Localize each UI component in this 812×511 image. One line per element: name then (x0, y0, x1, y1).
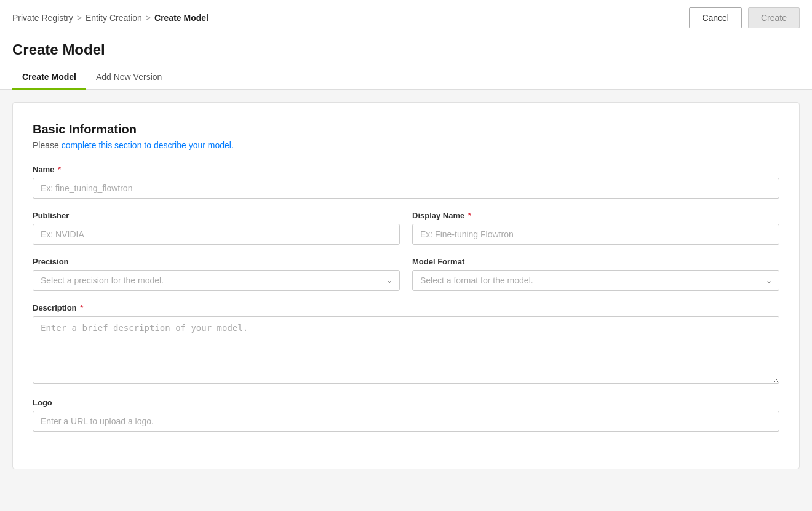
precision-field-group: Precision Select a precision for the mod… (33, 257, 400, 291)
main-content: Basic Information Please complete this s… (0, 90, 812, 511)
header-actions: Cancel Create (689, 7, 800, 28)
header: Private Registry > Entity Creation > Cre… (0, 0, 812, 36)
publisher-field-group: Publisher (33, 211, 400, 245)
breadcrumb: Private Registry > Entity Creation > Cre… (12, 13, 209, 23)
breadcrumb-separator-1: > (77, 13, 82, 23)
precision-select-wrapper: Select a precision for the model. ⌄ (33, 270, 400, 291)
page-wrapper: Private Registry > Entity Creation > Cre… (0, 0, 812, 511)
name-required-marker: * (58, 165, 61, 174)
display-name-required-marker: * (468, 211, 471, 220)
model-format-field-group: Model Format Select a format for the mod… (412, 257, 779, 291)
breadcrumb-create-model: Create Model (154, 13, 209, 23)
section-description-highlight: complete this section to describe your m… (62, 140, 234, 150)
breadcrumb-private-registry[interactable]: Private Registry (12, 13, 73, 23)
logo-label: Logo (33, 398, 779, 407)
precision-format-row: Precision Select a precision for the mod… (33, 257, 779, 291)
publisher-input[interactable] (33, 224, 400, 245)
description-textarea[interactable] (33, 316, 779, 384)
logo-field-group: Logo (33, 398, 779, 432)
description-field-group: Description * (33, 303, 779, 386)
form-card: Basic Information Please complete this s… (12, 102, 800, 469)
name-label: Name * (33, 165, 779, 174)
publisher-label: Publisher (33, 211, 400, 220)
section-description: Please complete this section to describe… (33, 140, 779, 150)
display-name-label: Display Name * (412, 211, 779, 220)
display-name-field-group: Display Name * (412, 211, 779, 245)
precision-select[interactable]: Select a precision for the model. (33, 270, 400, 291)
precision-label: Precision (33, 257, 400, 266)
model-format-select-wrapper: Select a format for the model. ⌄ (412, 270, 779, 291)
create-button[interactable]: Create (748, 7, 800, 28)
publisher-displayname-row: Publisher Display Name * (33, 211, 779, 245)
tab-add-new-version[interactable]: Add New Version (86, 66, 172, 90)
model-format-select[interactable]: Select a format for the model. (412, 270, 779, 291)
description-label: Description * (33, 303, 779, 312)
logo-input[interactable] (33, 411, 779, 432)
tabs-bar: Create Model Add New Version (0, 66, 812, 90)
tab-create-model[interactable]: Create Model (12, 66, 86, 90)
breadcrumb-separator-2: > (146, 13, 151, 23)
model-format-label: Model Format (412, 257, 779, 266)
name-field-group: Name * (33, 165, 779, 199)
cancel-button[interactable]: Cancel (689, 7, 742, 28)
page-title: Create Model (0, 36, 812, 63)
description-required-marker: * (80, 303, 83, 312)
breadcrumb-entity-creation[interactable]: Entity Creation (86, 13, 142, 23)
name-input[interactable] (33, 178, 779, 199)
display-name-input[interactable] (412, 224, 779, 245)
section-title: Basic Information (33, 122, 779, 137)
